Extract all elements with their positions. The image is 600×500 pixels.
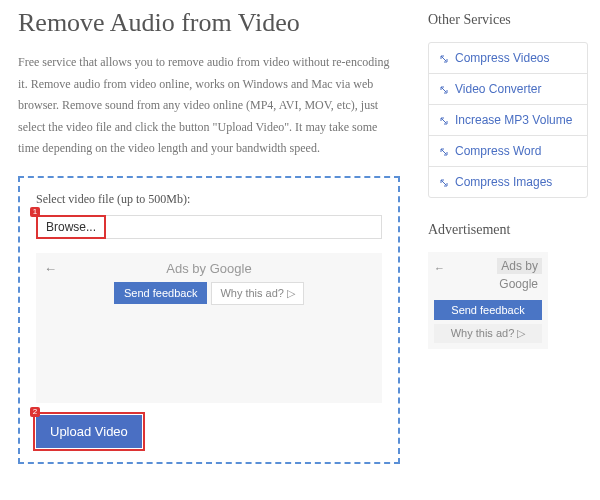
ad-sidebar-back-icon[interactable]: ← (434, 262, 445, 274)
browse-button[interactable]: Browse... (36, 215, 106, 239)
ad-sidebar-why-button[interactable]: Why this ad? ▷ (434, 324, 542, 343)
service-compress-word[interactable]: Compress Word (429, 136, 587, 167)
services-heading: Other Services (428, 12, 588, 28)
service-label: Compress Word (455, 144, 541, 158)
ad-sidebar-title1: Ads by (497, 258, 542, 274)
ad-sidebar-feedback-button[interactable]: Send feedback (434, 300, 542, 320)
external-link-icon (439, 53, 449, 63)
service-label: Video Converter (455, 82, 542, 96)
file-path-field[interactable] (105, 215, 382, 239)
ad-why-button[interactable]: Why this ad? ▷ (211, 282, 304, 305)
ad-sidebar-title2: Google (495, 276, 542, 292)
external-link-icon (439, 115, 449, 125)
ad-back-icon[interactable]: ← (44, 261, 57, 276)
external-link-icon (439, 146, 449, 156)
external-link-icon (439, 177, 449, 187)
ad-title: Ads by Google (46, 261, 372, 276)
ad-feedback-button[interactable]: Send feedback (114, 282, 207, 304)
service-compress-videos[interactable]: Compress Videos (429, 43, 587, 74)
ad-box-sidebar: ← Ads by Google Send feedback Why this a… (428, 252, 548, 349)
service-label: Compress Images (455, 175, 552, 189)
advertisement-heading: Advertisement (428, 222, 588, 238)
upload-video-button[interactable]: Upload Video (36, 415, 142, 448)
external-link-icon (439, 84, 449, 94)
file-label: Select video file (up to 500Mb): (36, 192, 382, 207)
file-row: 1 Browse... (36, 215, 382, 239)
services-list: Compress Videos Video Converter Increase… (428, 42, 588, 198)
service-label: Increase MP3 Volume (455, 113, 572, 127)
upload-panel: Select video file (up to 500Mb): 1 Brows… (18, 176, 400, 464)
service-video-converter[interactable]: Video Converter (429, 74, 587, 105)
intro-text: Free service that allows you to remove a… (18, 52, 400, 160)
service-compress-images[interactable]: Compress Images (429, 167, 587, 197)
step-marker-2: 2 (30, 407, 40, 417)
ad-box-main: ← Ads by Google Send feedback Why this a… (36, 253, 382, 403)
service-increase-mp3[interactable]: Increase MP3 Volume (429, 105, 587, 136)
service-label: Compress Videos (455, 51, 550, 65)
page-title: Remove Audio from Video (18, 8, 400, 38)
